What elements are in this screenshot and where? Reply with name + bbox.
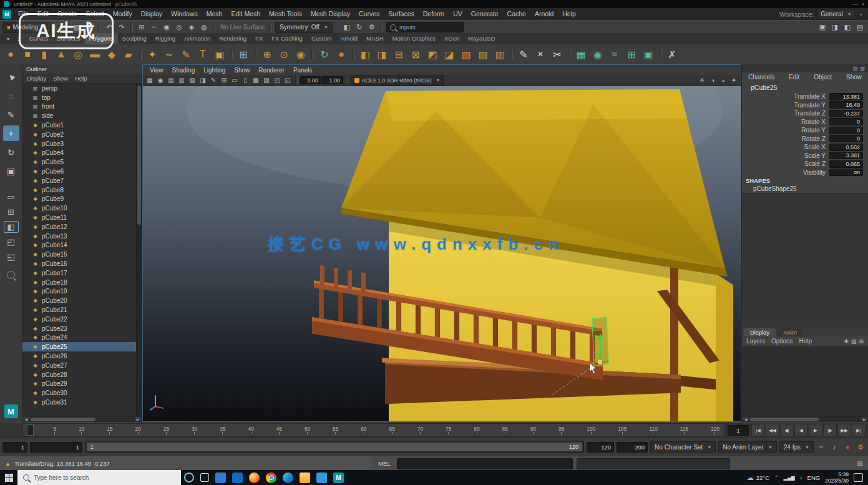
shelf-tab-arnold[interactable]: Arnold bbox=[336, 33, 362, 44]
list-item[interactable]: ◆pCube16 bbox=[22, 259, 142, 268]
ep-curve-icon[interactable]: ∼ bbox=[161, 46, 177, 62]
list-item[interactable]: ◆pCube31 bbox=[22, 398, 142, 407]
go-to-start-button[interactable]: |◀ bbox=[751, 424, 765, 436]
railing-post[interactable] bbox=[570, 330, 575, 359]
boolean-union-icon[interactable]: ⊟ bbox=[391, 46, 407, 62]
list-item[interactable]: ◆pCube20 bbox=[22, 296, 142, 305]
projection-sphere-icon[interactable]: ◉ bbox=[293, 46, 309, 62]
list-item[interactable]: ◆pCube21 bbox=[22, 305, 142, 315]
railing-post[interactable] bbox=[377, 298, 382, 328]
scale-tool-icon[interactable]: ▣ bbox=[3, 163, 19, 179]
poly-platonic-icon[interactable]: ▰ bbox=[120, 46, 137, 62]
viewport-menu-panels[interactable]: Panels bbox=[290, 67, 316, 74]
move-tool-icon[interactable]: + bbox=[3, 125, 19, 141]
scroll-left-icon[interactable]: ◀ bbox=[23, 417, 29, 421]
network-icon[interactable]: ▂▄▆ bbox=[784, 475, 795, 481]
uv-sphere-icon[interactable]: ⊙ bbox=[276, 46, 292, 62]
menu-generate[interactable]: Generate bbox=[467, 8, 503, 20]
list-item[interactable]: ◆pCube17 bbox=[22, 268, 142, 278]
playback-end-field[interactable]: 120 bbox=[587, 442, 614, 453]
list-item[interactable]: ▦front bbox=[22, 102, 142, 112]
snap-to-point-icon[interactable]: ◉ bbox=[161, 22, 172, 32]
multi-cut-icon[interactable]: ✂ bbox=[549, 46, 565, 62]
list-item[interactable]: ▦top bbox=[22, 93, 142, 102]
newel-post[interactable] bbox=[361, 272, 366, 292]
script-editor-icon[interactable]: ▤ bbox=[854, 458, 866, 469]
boolean-difference-icon[interactable]: ⊠ bbox=[407, 46, 424, 62]
create-layer-from-selected-icon[interactable]: ▤ bbox=[851, 338, 857, 345]
poly-sphere-icon[interactable]: ● bbox=[2, 46, 19, 62]
list-item[interactable]: ◆pCube13 bbox=[22, 232, 142, 241]
list-item[interactable]: ◆pCube14 bbox=[22, 241, 142, 250]
animation-preferences-icon[interactable]: ⚙ bbox=[856, 442, 866, 453]
layout-single-pane-icon[interactable]: ▭ bbox=[4, 191, 19, 203]
command-line-input[interactable] bbox=[397, 458, 573, 469]
channel-value-field[interactable]: 3.381 bbox=[829, 152, 863, 159]
window-menu-icon[interactable]: ▾ bbox=[862, 2, 864, 7]
shadows-icon[interactable]: ◑ bbox=[708, 76, 718, 85]
channel-box-toggle-icon[interactable]: ▤ bbox=[854, 22, 866, 32]
shelf-tab-mash[interactable]: MASH bbox=[362, 33, 388, 44]
motion-blur-icon[interactable]: ✦ bbox=[729, 76, 739, 85]
list-item[interactable]: ◆pCube6 bbox=[22, 167, 142, 176]
snap-to-curve-icon[interactable]: ∼ bbox=[149, 22, 160, 32]
current-frame-field[interactable]: 1 bbox=[728, 425, 749, 436]
list-item[interactable]: ◆pCube4 bbox=[22, 149, 142, 158]
attribute-editor-toggle-icon[interactable]: ◨ bbox=[829, 22, 841, 32]
channel-value-field[interactable]: 13.381 bbox=[829, 93, 863, 100]
channel-row[interactable]: Rotate X0 bbox=[742, 118, 868, 127]
layer-menu-layers[interactable]: Layers bbox=[746, 338, 765, 345]
shelf-tab-mayausd[interactable]: MayaUSD bbox=[464, 33, 499, 44]
2d-pan-zoom-icon[interactable]: ◨ bbox=[198, 76, 208, 85]
pencil-tool-icon[interactable]: ✎ bbox=[515, 46, 532, 62]
extrude-icon[interactable]: ▧ bbox=[458, 46, 474, 62]
start-button[interactable] bbox=[0, 470, 17, 485]
railing-post[interactable] bbox=[493, 317, 498, 346]
menu-curves[interactable]: Curves bbox=[354, 8, 384, 20]
modeling-toolkit-toggle-icon[interactable]: ▣ bbox=[817, 22, 828, 32]
anim-layer-selector[interactable]: No Anim Layer ▼ bbox=[718, 441, 777, 453]
list-item[interactable]: ◆pCube10 bbox=[22, 203, 142, 213]
workspace-lock-icon[interactable]: ▪ bbox=[860, 11, 862, 17]
layer-list[interactable] bbox=[742, 346, 868, 416]
select-tool-icon[interactable]: ► bbox=[3, 69, 19, 85]
railing-post[interactable] bbox=[358, 295, 363, 325]
shelf-menu-icon[interactable]: ▾ bbox=[2, 34, 14, 44]
pencil-curve-icon[interactable]: ✎ bbox=[178, 46, 194, 62]
current-time-marker[interactable] bbox=[27, 424, 34, 436]
layer-menu-help[interactable]: Help bbox=[799, 338, 812, 345]
render-settings-icon[interactable]: ⚙ bbox=[366, 22, 378, 32]
layer-editor-tab-anim[interactable]: Anim bbox=[777, 328, 803, 336]
knife-tool-icon[interactable]: × bbox=[532, 46, 549, 62]
bridge-icon[interactable]: ◪ bbox=[441, 46, 457, 62]
list-item[interactable]: ◆pCube9 bbox=[22, 195, 142, 204]
layout-persp-outliner-icon[interactable]: ◧ bbox=[4, 221, 19, 233]
play-forward-button[interactable]: ▶ bbox=[809, 424, 822, 436]
playback-start-field[interactable]: 1 bbox=[30, 442, 82, 453]
wall-beam[interactable] bbox=[670, 266, 678, 421]
film-gate-icon[interactable]: ▭ bbox=[230, 76, 240, 85]
sculpt-grid-icon[interactable]: ⊞ bbox=[235, 46, 251, 62]
list-item[interactable]: ◆pCube11 bbox=[22, 213, 142, 222]
layout-split-horizontal-icon[interactable]: ◰ bbox=[4, 236, 19, 248]
character-set-selector[interactable]: No Character Set ▼ bbox=[650, 441, 716, 453]
layer-editor-tab-display[interactable]: Display bbox=[744, 328, 776, 336]
viewport-menu-lighting[interactable]: Lighting bbox=[200, 67, 229, 74]
newel-post[interactable] bbox=[334, 268, 338, 288]
shelf-tab-rendering[interactable]: Rendering bbox=[215, 33, 251, 44]
go-to-end-button[interactable]: ▶| bbox=[852, 424, 866, 436]
shape-node-name[interactable]: pCubeShape25 bbox=[742, 185, 868, 193]
menu-mesh-display[interactable]: Mesh Display bbox=[306, 8, 354, 20]
field-chart-icon[interactable]: ▨ bbox=[261, 76, 271, 85]
make-live-shelf-icon[interactable]: ◉ bbox=[590, 46, 606, 62]
menu-windows[interactable]: Windows bbox=[167, 8, 202, 20]
list-item[interactable]: ◆pCube29 bbox=[22, 380, 142, 389]
auto-key-icon[interactable]: ● bbox=[842, 442, 852, 453]
channel-box-menu-edit[interactable]: Edit bbox=[789, 74, 799, 81]
newel-post[interactable] bbox=[320, 265, 324, 285]
smooth-icon[interactable]: ▨ bbox=[475, 46, 491, 62]
channel-row[interactable]: Translate Z-0.237 bbox=[742, 109, 868, 118]
list-item[interactable]: ◆pCube19 bbox=[22, 287, 142, 296]
shelf-tab-motion-graphics[interactable]: Motion Graphics bbox=[388, 33, 440, 44]
shelf-tab-custom[interactable]: Custom bbox=[307, 33, 336, 44]
